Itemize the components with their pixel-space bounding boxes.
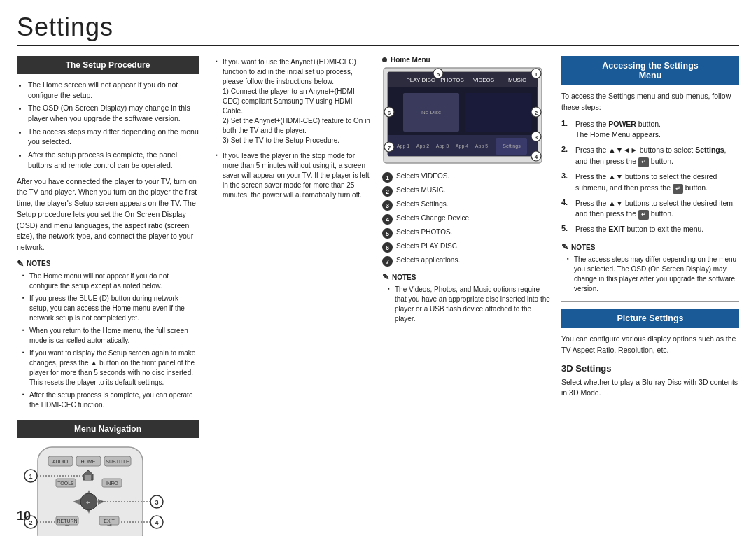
picture-settings-header: Picture Settings [561, 309, 739, 328]
notes-icon: ✎ [17, 259, 24, 269]
setup-procedure-header: The Setup Procedure [17, 56, 199, 74]
svg-text:PLAY DISC: PLAY DISC [406, 77, 435, 83]
bullet-2: The OSD (On Screen Display) may change i… [28, 103, 199, 123]
svg-text:HOME: HOME [81, 459, 96, 464]
svg-text:Settings: Settings [503, 143, 521, 149]
svg-text:4: 4 [155, 519, 158, 526]
home-item-7: 7 Selects applications. [382, 255, 550, 267]
step-3: 3. Press the ▲▼ buttons to select the de… [561, 171, 739, 194]
remote-diagram: AUDIO HOME SUBTITLE TOOLS INFO i [17, 444, 171, 536]
home-menu-label: Home Menu [382, 56, 550, 64]
note-2: If you press the BLUE (D) button during … [22, 294, 199, 323]
setup-procedure-bullets: The Home screen will not appear if you d… [17, 80, 199, 171]
col3-notes-list: The Videos, Photos, and Music options re… [382, 285, 550, 324]
svg-text:SUBTITLE: SUBTITLE [106, 459, 130, 464]
svg-text:4: 4 [535, 154, 538, 160]
svg-text:↵: ↵ [86, 499, 92, 506]
col4-notes-list: The access steps may differ depending on… [561, 255, 739, 294]
svg-text:TOOLS: TOOLS [57, 481, 74, 486]
bullet-1: The Home screen will not appear if you d… [28, 80, 199, 100]
column-3: Home Menu PLAY DISC PHOTOS VIDEOS MUSIC … [382, 56, 550, 536]
tv-diagram: PLAY DISC PHOTOS VIDEOS MUSIC No Disc Ap… [382, 66, 550, 166]
page-number: 10 [17, 509, 31, 523]
setup-procedure-section: The Setup Procedure The Home screen will… [17, 56, 199, 410]
accessing-settings-header: Accessing the Settings Menu [561, 56, 739, 85]
remote-svg: AUDIO HOME SUBTITLE TOOLS INFO i [17, 444, 171, 536]
svg-text:1: 1 [29, 473, 32, 480]
3d-settings-title: 3D Settings [561, 363, 739, 374]
note-1: The Home menu will not appear if you do … [22, 271, 199, 291]
bullet-4: After the setup process is complete, the… [28, 150, 199, 170]
step-1: 1. Press the POWER button.The Home Menu … [561, 119, 739, 141]
anynet-note-2: If you leave the player in the stop mode… [216, 151, 371, 200]
svg-text:App 5: App 5 [475, 143, 488, 149]
svg-text:PHOTOS: PHOTOS [440, 77, 464, 83]
svg-text:5: 5 [437, 71, 440, 78]
svg-text:No Disc: No Disc [421, 109, 441, 115]
setup-notes-list: The Home menu will not appear if you do … [17, 271, 199, 410]
anynet-notes: If you want to use the Anynet+(HDMI-CEC)… [210, 57, 371, 200]
svg-text:↩: ↩ [65, 522, 70, 528]
menu-navigation-header: Menu Navigation [17, 420, 199, 438]
step-5: 5. Press the EXIT button to exit the men… [561, 224, 739, 235]
svg-text:App 3: App 3 [436, 143, 449, 149]
step-4: 4. Press the ▲▼ buttons to select the de… [561, 198, 739, 220]
home-item-6: 6 Selects PLAY DISC. [382, 241, 550, 253]
col4-notes-title: ✎ NOTES [561, 242, 739, 252]
svg-text:2: 2 [535, 110, 538, 116]
col3-notes-title: ✎ NOTES [382, 272, 550, 282]
column-1: The Setup Procedure The Home screen will… [17, 56, 199, 536]
column-4: Accessing the Settings Menu To access th… [561, 56, 739, 536]
svg-rect-47 [465, 93, 531, 132]
note-5: After the setup process is complete, you… [22, 390, 199, 410]
svg-text:App 4: App 4 [456, 143, 468, 149]
picture-settings-body: You can configure various display option… [561, 334, 739, 356]
menu-navigation-section: Menu Navigation AUDIO HOME SUBTITLE [17, 420, 199, 536]
accessing-steps: 1. Press the POWER button.The Home Menu … [561, 119, 739, 236]
note-3: When you return to the Home menu, the fu… [22, 326, 199, 346]
accessing-intro: To access the Settings menu and sub-menu… [561, 91, 739, 113]
svg-text:App 1: App 1 [397, 143, 410, 149]
setup-notes: ✎ NOTES The Home menu will not appear if… [17, 259, 199, 410]
svg-text:INFO: INFO [106, 480, 118, 486]
home-item-3: 3 Selects Settings. [382, 199, 550, 211]
column-2: If you want to use the Anynet+(HDMI-CEC)… [210, 56, 371, 536]
svg-text:1: 1 [535, 71, 538, 78]
3d-settings-body: Select whether to play a Blu-ray Disc wi… [561, 377, 739, 400]
home-menu-numbered-items: 1 Selects VIDEOS. 2 Selects MUSIC. 3 Sel… [382, 171, 550, 267]
home-item-4: 4 Selects Change Device. [382, 213, 550, 225]
svg-text:7: 7 [388, 145, 391, 151]
setup-notes-title: ✎ NOTES [17, 259, 199, 269]
col4-notes: ✎ NOTES The access steps may differ depe… [561, 242, 739, 294]
col3-note-1: The Videos, Photos, and Music options re… [388, 285, 550, 324]
home-menu-svg: PLAY DISC PHOTOS VIDEOS MUSIC No Disc Ap… [382, 66, 543, 164]
notes-icon-col4: ✎ [561, 242, 568, 252]
col3-notes: ✎ NOTES The Videos, Photos, and Music op… [382, 272, 550, 324]
home-item-2: 2 Selects MUSIC. [382, 185, 550, 197]
anynet-note-1: If you want to use the Anynet+(HDMI-CEC)… [216, 57, 371, 146]
svg-text:AUDIO: AUDIO [52, 459, 69, 464]
col4-note-1: The access steps may differ depending on… [567, 255, 739, 294]
bullet-dot [382, 57, 387, 62]
setup-procedure-body: After you have connected the player to y… [17, 176, 199, 253]
svg-text:App 2: App 2 [416, 143, 429, 149]
svg-text:3: 3 [155, 499, 158, 506]
bullet-3: The access steps may differ depending on… [28, 127, 199, 147]
svg-text:VIDEOS: VIDEOS [473, 77, 494, 83]
notes-icon-col3: ✎ [382, 272, 389, 282]
note-4: If you want to display the Setup screen … [22, 348, 199, 388]
home-item-5: 5 Selects PHOTOS. [382, 227, 550, 239]
svg-text:⇥: ⇥ [107, 522, 112, 528]
svg-text:6: 6 [388, 110, 391, 116]
svg-text:MUSIC: MUSIC [508, 77, 526, 83]
svg-rect-8 [85, 475, 91, 480]
page-title: Settings [17, 13, 739, 46]
step-2: 2. Press the ▲▼◄► buttons to select Sett… [561, 145, 739, 167]
svg-text:3: 3 [535, 134, 538, 141]
home-item-1: 1 Selects VIDEOS. [382, 171, 550, 183]
